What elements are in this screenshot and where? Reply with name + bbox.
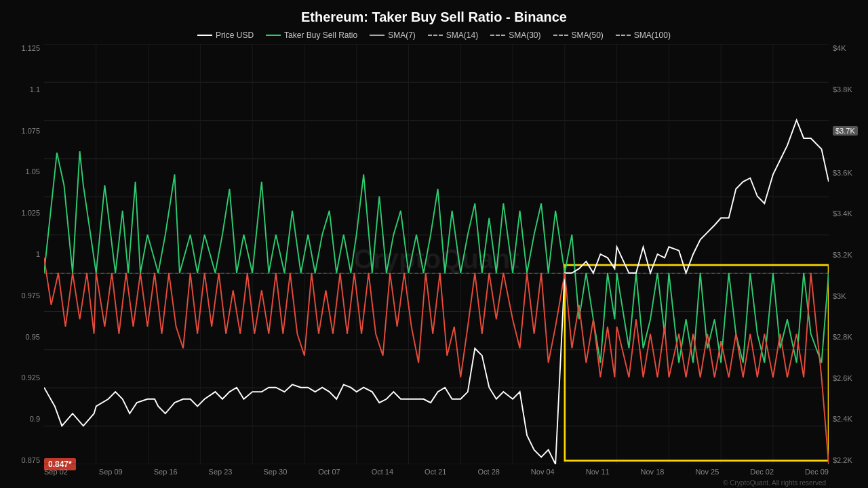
x-axis: Sep 02 Sep 09 Sep 16 Sep 23 Sep 30 Oct 0…	[44, 464, 829, 488]
y-label-3k: $3K	[833, 292, 846, 300]
legend-price-usd: Price USD	[197, 30, 254, 40]
price-usd-line	[44, 120, 829, 464]
y-label-36k: $3.6K	[833, 169, 852, 177]
x-label-nov11: Nov 11	[586, 468, 610, 476]
x-label-sep02: Sep 02	[44, 468, 68, 476]
x-label-sep09: Sep 09	[99, 468, 123, 476]
y-label-105: 1.05	[26, 167, 40, 176]
y-label-11: 1.1	[30, 85, 40, 94]
y-label-095: 0.95	[26, 333, 40, 341]
y-label-0875: 0.875	[21, 456, 40, 464]
watermark-text: CryptoQuant	[353, 244, 519, 274]
legend-sma7: SMA(7)	[370, 30, 416, 40]
y-label-28k: $2.8K	[833, 333, 852, 341]
legend: Price USD Taker Buy Sell Ratio SMA(7) SM…	[0, 28, 868, 44]
x-label-nov18: Nov 18	[641, 468, 665, 476]
x-label-sep16: Sep 16	[154, 468, 178, 476]
legend-label-sma100: SMA(100)	[634, 30, 671, 40]
y-label-09: 0.9	[30, 415, 40, 423]
red-oscillating-line	[44, 258, 829, 464]
legend-sma30: SMA(30)	[490, 30, 540, 40]
chart-wrapper: 1.125 1.1 1.075 1.05 1.025 1 0.975 0.95 …	[0, 44, 868, 488]
copyright: © CryptoQuant. All rights reserved	[723, 479, 826, 487]
legend-label-sma30: SMA(30)	[509, 30, 540, 40]
chart-container: Ethereum: Taker Buy Sell Ratio - Binance…	[0, 0, 868, 488]
legend-sma100: SMA(100)	[616, 30, 671, 40]
legend-line-sma14	[428, 35, 443, 36]
y-label-4k: $4K	[833, 44, 846, 52]
legend-label-price: Price USD	[216, 30, 254, 40]
legend-line-green	[266, 35, 281, 36]
y-label-32k: $3.2K	[833, 251, 852, 259]
y-label-38k: $3.8K	[833, 85, 852, 94]
legend-line-sma100	[616, 35, 631, 36]
legend-line-sma7	[370, 35, 384, 36]
legend-label-taker: Taker Buy Sell Ratio	[284, 30, 357, 40]
y-label-34k: $3.4K	[833, 209, 852, 218]
y-label-0975: 0.975	[21, 291, 40, 300]
legend-taker-ratio: Taker Buy Sell Ratio	[266, 30, 357, 40]
x-label-oct28: Oct 28	[477, 468, 499, 476]
legend-label-sma14: SMA(14)	[446, 30, 478, 40]
y-axis-right: $4K $3.8K $3.7K $3.6K $3.4K $3.2K $3K $2…	[829, 44, 868, 464]
y-label-1: 1	[36, 250, 40, 258]
y-label-37k-highlight: $3.7K	[833, 126, 858, 136]
highlight-rectangle	[565, 265, 829, 461]
x-label-nov04: Nov 04	[531, 468, 555, 476]
x-label-dec09: Dec 09	[805, 468, 829, 476]
chart-title: Ethereum: Taker Buy Sell Ratio - Binance	[0, 0, 868, 28]
legend-line-white	[197, 35, 212, 36]
legend-line-sma50	[553, 35, 568, 36]
legend-sma50: SMA(50)	[553, 30, 604, 40]
legend-label-sma50: SMA(50)	[572, 30, 604, 40]
x-label-oct07: Oct 07	[318, 468, 340, 476]
x-label-oct21: Oct 21	[425, 468, 446, 476]
legend-sma14: SMA(14)	[428, 30, 478, 40]
x-label-sep23: Sep 23	[209, 468, 233, 476]
x-label-nov25: Nov 25	[695, 468, 719, 476]
y-label-22k: $2.2K	[833, 456, 852, 464]
x-label-sep30: Sep 30	[263, 468, 287, 476]
legend-line-sma30	[490, 35, 505, 36]
y-label-1025: 1.025	[21, 209, 40, 217]
x-label-dec02: Dec 02	[750, 468, 774, 476]
y-label-0925: 0.925	[21, 373, 40, 382]
main-chart-svg: CryptoQuant	[44, 44, 829, 464]
y-label-26k: $2.6K	[833, 374, 852, 382]
x-label-oct14: Oct 14	[372, 468, 393, 476]
y-axis-left: 1.125 1.1 1.075 1.05 1.025 1 0.975 0.95 …	[0, 44, 44, 464]
y-label-1125: 1.125	[21, 44, 40, 52]
y-label-24k: $2.4K	[833, 415, 852, 423]
legend-label-sma7: SMA(7)	[388, 30, 416, 40]
y-label-1075: 1.075	[21, 127, 40, 135]
